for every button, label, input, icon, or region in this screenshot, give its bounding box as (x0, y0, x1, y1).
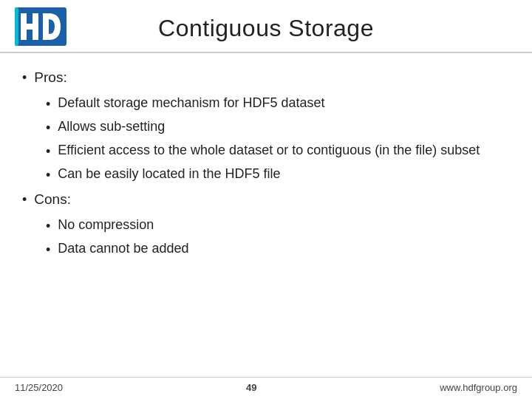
cons-sub-bullet-dot-1: • (46, 216, 50, 237)
list-item: • Efficient access to the whole dataset … (46, 140, 510, 163)
sub-bullet-dot-2: • (46, 118, 50, 139)
pros-item-3: Efficient access to the whole dataset or… (58, 140, 480, 161)
pros-item-1: Default storage mechanism for HDF5 datas… (58, 93, 324, 114)
logo-area (15, 7, 74, 49)
slide: Contiguous Storage • Pros: • Default sto… (0, 0, 532, 399)
cons-bullet: • Cons: (22, 188, 510, 211)
pros-item-2: Allows sub-setting (58, 117, 165, 137)
sub-bullet-dot-1: • (46, 95, 50, 115)
list-item: • Can be easily located in the HDF5 file (46, 164, 510, 186)
footer-page-number: 49 (246, 382, 256, 393)
pros-label: Pros: (34, 66, 66, 88)
svg-rect-2 (21, 24, 33, 30)
pros-item-4: Can be easily located in the HDF5 file (58, 164, 280, 185)
slide-footer: 11/25/2020 49 www.hdfgroup.org (0, 377, 532, 399)
hdf-logo-icon (15, 7, 66, 46)
cons-item-2: Data cannot be added (58, 239, 188, 259)
svg-rect-3 (33, 13, 38, 40)
footer-date: 11/25/2020 (15, 382, 63, 393)
slide-title: Contiguous Storage (74, 15, 458, 42)
slide-header: Contiguous Storage (0, 0, 532, 49)
list-item: • Default storage mechanism for HDF5 dat… (46, 93, 510, 115)
cons-item-1: No compression (58, 215, 154, 236)
svg-rect-5 (15, 7, 18, 46)
svg-rect-4 (43, 13, 49, 40)
title-area: Contiguous Storage (74, 15, 458, 42)
cons-label: Cons: (34, 188, 71, 210)
pros-bullet-dot: • (22, 68, 27, 89)
cons-sub-bullet-dot-2: • (46, 240, 50, 261)
sub-bullet-dot-4: • (46, 166, 50, 186)
sub-bullet-dot-3: • (46, 142, 50, 163)
list-item: • Allows sub-setting (46, 117, 510, 139)
cons-bullet-dot: • (22, 190, 27, 211)
cons-sub-bullets: • No compression • Data cannot be added (46, 215, 510, 261)
pros-bullet: • Pros: (22, 66, 510, 89)
footer-url: www.hdfgroup.org (440, 382, 517, 393)
pros-sub-bullets: • Default storage mechanism for HDF5 dat… (46, 93, 510, 186)
list-item: • No compression (46, 215, 510, 237)
list-item: • Data cannot be added (46, 239, 510, 261)
slide-content: • Pros: • Default storage mechanism for … (0, 53, 532, 377)
